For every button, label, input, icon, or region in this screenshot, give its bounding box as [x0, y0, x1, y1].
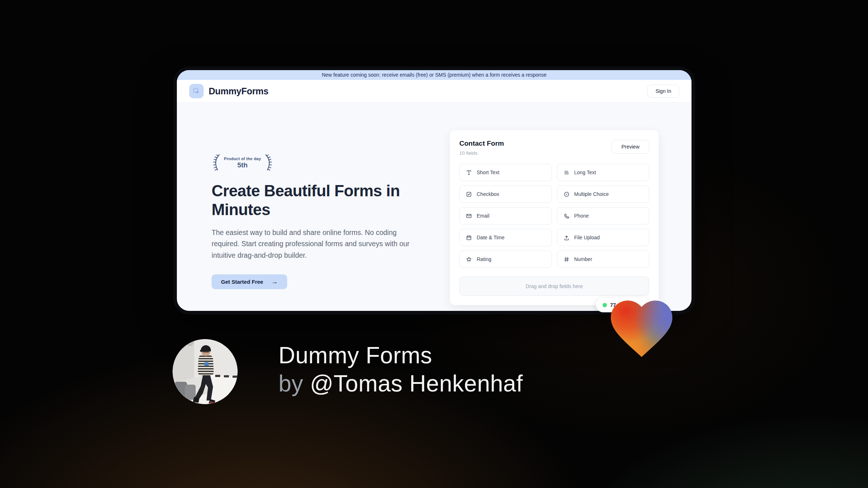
field-type-number[interactable]: Number	[557, 251, 650, 268]
author-handle: @Tomas Henkenhaf	[310, 371, 523, 397]
checkbox-icon	[465, 191, 472, 198]
award-rank: 5th	[224, 161, 261, 169]
byline-prefix: by	[278, 371, 310, 397]
browser-window: New feature coming soon: receive emails …	[173, 67, 695, 314]
field-type-phone[interactable]: Phone	[557, 207, 650, 224]
author-caption: Dummy Forms by @Tomas Henkenhaf	[278, 341, 523, 398]
laurel-right-icon	[264, 153, 273, 172]
laurel-left-icon	[212, 153, 221, 172]
field-type-grid: Short Text Long Text Checkbox	[459, 164, 649, 268]
promo-background: New feature coming soon: receive emails …	[0, 0, 868, 488]
hero-title: Create Beautiful Forms in Minutes	[212, 181, 420, 219]
calendar-icon	[465, 234, 472, 241]
field-type-long-text[interactable]: Long Text	[557, 164, 650, 181]
field-type-rating[interactable]: Rating	[459, 251, 552, 268]
field-type-file-upload[interactable]: File Upload	[557, 229, 650, 246]
star-icon	[465, 256, 472, 263]
field-type-date-time[interactable]: Date & Time	[459, 229, 552, 246]
short-text-icon	[465, 169, 472, 176]
author-avatar	[173, 339, 238, 404]
get-started-label: Get Started Free	[221, 279, 263, 285]
long-text-icon	[563, 169, 570, 176]
award-title: Product of the day	[224, 157, 261, 161]
award-text: Product of the day 5th	[224, 157, 261, 169]
hero-content: Product of the day 5th Create Beautiful …	[212, 153, 420, 289]
phone-icon	[563, 213, 570, 219]
hero-section: Product of the day 5th Create Beautiful …	[177, 103, 692, 314]
hero-description: The easiest way to build and share onlin…	[212, 227, 420, 261]
field-type-multiple-choice[interactable]: Multiple Choice	[557, 185, 650, 203]
field-type-short-text[interactable]: Short Text	[459, 164, 552, 181]
upload-icon	[563, 234, 570, 241]
preview-button[interactable]: Preview	[612, 140, 649, 154]
select-cursor-icon	[192, 87, 201, 95]
field-type-email[interactable]: Email	[459, 207, 552, 224]
arrow-right-icon: →	[271, 278, 278, 286]
gradient-heart-logo	[605, 291, 679, 360]
brand-name: DummyForms	[209, 86, 268, 97]
form-builder-card: Contact Form 10 fields Preview Short Tex…	[450, 130, 659, 305]
hash-icon	[563, 256, 570, 263]
get-started-button[interactable]: Get Started Free →	[212, 274, 287, 289]
field-type-checkbox[interactable]: Checkbox	[459, 185, 552, 203]
announcement-banner: New feature coming soon: receive emails …	[177, 70, 692, 80]
product-of-the-day-badge: Product of the day 5th	[212, 153, 273, 172]
logo[interactable]	[189, 84, 204, 98]
byline: by @Tomas Henkenhaf	[278, 369, 523, 398]
sign-in-button[interactable]: Sign In	[647, 85, 679, 98]
email-icon	[465, 213, 472, 219]
multiple-choice-icon	[563, 191, 570, 198]
site-header: DummyForms Sign In	[177, 80, 692, 103]
product-title: Dummy Forms	[278, 341, 523, 369]
